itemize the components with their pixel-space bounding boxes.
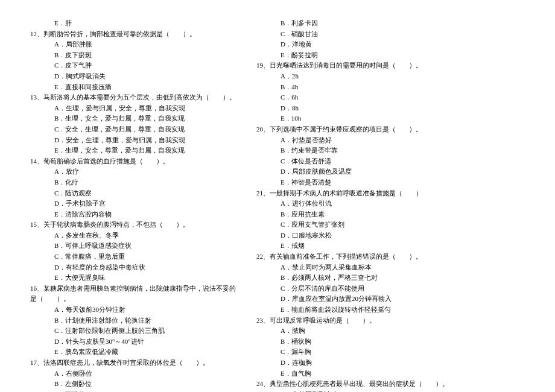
answer-option: B．生理，安全，爱与归属，尊重，自我实现: [30, 113, 238, 124]
answer-option: B．皮下瘀斑: [30, 50, 238, 61]
answer-option: D．洋地黄: [256, 39, 465, 50]
question-stem: 20、下列选项中不属于约束带应观察的项目是（ ）。: [256, 124, 465, 135]
answer-option: C．6h: [256, 92, 465, 103]
answer-option: A．局部肿胀: [30, 39, 238, 50]
answer-option: A．禁止同时为两人采集血标本: [256, 262, 465, 273]
answer-option: C．随访观察: [30, 188, 238, 199]
answer-option: A．进行体位引流: [256, 198, 465, 209]
answer-option: C．常伴腹痛，里急后重: [30, 251, 238, 262]
answer-option: D．库血应在室温内放置20分钟再输入: [256, 294, 465, 305]
answer-option: B．4h: [256, 82, 465, 93]
answer-option: A．放疗: [30, 166, 238, 177]
answer-option: E．直接和间接压痛: [30, 82, 238, 93]
right-column: B．利多卡因C．硝酸甘油D．洋地黄E．酚妥拉明19、日光曝晒法达到消毒目的需要用…: [256, 18, 465, 392]
answer-option: A．2h: [256, 71, 465, 82]
question-stem: 23、可出现反常呼吸运动的是（ ）。: [256, 315, 465, 326]
question-stem: 16、某糖尿病患者需用胰岛素控制病情，出院健康指导中，说法不妥的是（ ）。: [30, 283, 238, 305]
question-stem: 14、葡萄胎确诊后首选的血疗措施是（ ）。: [30, 156, 238, 167]
answer-option: C．安全，生理，爱与归属，尊重，自我实现: [30, 124, 238, 135]
answer-option: E．戒烟: [256, 241, 465, 251]
answer-option: A．右侧卧位: [30, 368, 238, 379]
question-stem: 24、典型急性心肌梗死患者最早出现、最突出的症状是（ ）。: [256, 379, 465, 390]
answer-option: E．大便无腥臭味: [30, 273, 238, 283]
answer-option: C．皮下气肿: [30, 60, 238, 71]
answer-option: C．体位是否舒适: [256, 156, 465, 167]
answer-option: E．输血前将血袋以旋转动作轻轻摇匀: [256, 305, 465, 315]
answer-option: B．桶状胸: [256, 337, 465, 347]
answer-option: C．硝酸甘油: [256, 29, 465, 40]
answer-option: E．神智是否清楚: [256, 177, 465, 188]
answer-option: E．肝: [30, 18, 238, 29]
question-stem: 21、一般择期手术病人的术前呼吸道准备措施是（ ）: [256, 188, 465, 199]
answer-option: A．每天饭前30分钟注射: [30, 305, 238, 315]
answer-option: E．酚妥拉明: [256, 50, 465, 61]
question-stem: 19、日光曝晒法达到消毒目的需要用的时间是（ ）。: [256, 60, 465, 71]
answer-option: B．应用抗生素: [256, 209, 465, 220]
answer-option: B．利多卡因: [256, 18, 465, 29]
page-content: E．肝12、判断肋骨骨折，胸部检查最可靠的依据是（ ）。A．局部肿胀B．皮下瘀斑…: [30, 18, 465, 392]
answer-option: B．可伴上呼吸道感染症状: [30, 241, 238, 251]
answer-option: A．多发生在秋、冬季: [30, 230, 238, 241]
answer-option: D．局部皮肤颜色及温度: [256, 166, 465, 177]
answer-option: A．生理，爱与归属，安全，尊重，自我实现: [30, 103, 238, 114]
answer-option: E．生理，安全，尊重，爱与归属，自我实现: [30, 145, 238, 156]
answer-option: C．分层不清的库血不能使用: [256, 283, 465, 294]
answer-option: A．衬垫是否垫好: [256, 135, 465, 146]
answer-option: D．8h: [256, 103, 465, 114]
answer-option: D．有轻度的全身感染中毒症状: [30, 262, 238, 273]
answer-option: B．左侧卧位: [30, 379, 238, 390]
answer-option: C．下蹲位: [30, 390, 238, 392]
answer-option: B．必须两人核对，严格三查七对: [256, 273, 465, 283]
question-stem: 17、法洛四联症患儿，缺氧发作时宜采取的体位是（ ）。: [30, 358, 238, 368]
answer-option: A．脓胸: [256, 326, 465, 337]
question-stem: 22、有关输血前准备工作，下列描述错误的是（ ）。: [256, 251, 465, 262]
answer-option: E．血气胸: [256, 368, 465, 379]
answer-option: D．手术切除子宫: [30, 198, 238, 209]
answer-option: C．应用支气管扩张剂: [256, 220, 465, 230]
question-stem: 13、马斯洛将人的基本需要分为五个层次，由低到高依次为（ ）。: [30, 92, 238, 103]
answer-option: C．漏斗胸: [256, 347, 465, 358]
answer-option: E．胰岛素应低温冷藏: [30, 347, 238, 358]
answer-option: C．注射部位限制在两侧上肢的三角肌: [30, 326, 238, 337]
answer-option: E．10h: [256, 113, 465, 124]
question-stem: 12、判断肋骨骨折，胸部检查最可靠的依据是（ ）。: [30, 29, 238, 40]
left-column: E．肝12、判断肋骨骨折，胸部检查最可靠的依据是（ ）。A．局部肿胀B．皮下瘀斑…: [30, 18, 238, 392]
answer-option: D．针头与皮肤呈30°～40°进针: [30, 337, 238, 347]
answer-option: E．清除宫腔内容物: [30, 209, 238, 220]
question-stem: 15、关于轮状病毒肠炎的腹泻特点，不包括（ ）。: [30, 220, 238, 230]
answer-option: A．心前区剧烈疼痛: [256, 390, 465, 392]
answer-option: D．连枷胸: [256, 358, 465, 368]
answer-option: B．化疗: [30, 177, 238, 188]
answer-option: D．安全，生理，尊重，爱与归属，自我实现: [30, 135, 238, 146]
answer-option: D．口服地塞米松: [256, 230, 465, 241]
answer-option: B．约束带是否牢靠: [256, 145, 465, 156]
answer-option: B．计划使用注射部位，轮换注射: [30, 315, 238, 326]
answer-option: D．胸式呼吸消失: [30, 71, 238, 82]
